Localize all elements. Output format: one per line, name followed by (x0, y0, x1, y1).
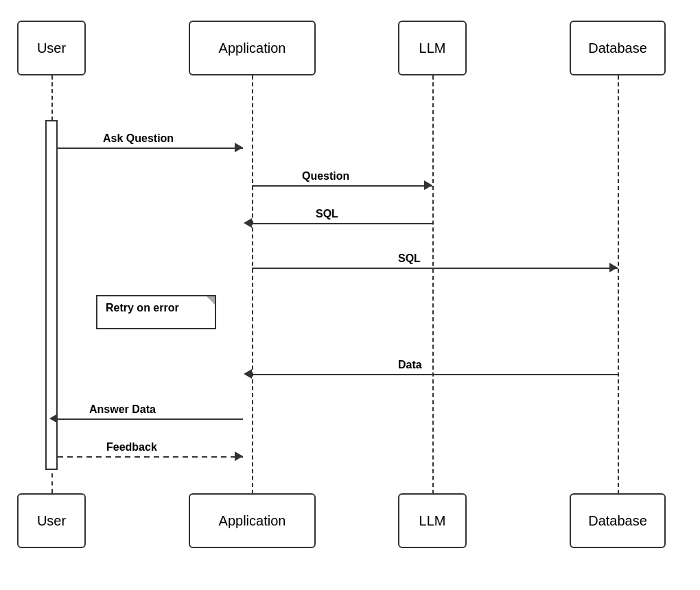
participant-db-bottom-label: Database (588, 513, 647, 529)
participant-llm-bottom-label: LLM (419, 513, 446, 529)
participant-llm-top-label: LLM (419, 40, 446, 56)
sql-back-line (252, 223, 432, 224)
answer-data-label: Answer Data (89, 403, 156, 416)
participant-app-bottom: Application (189, 493, 316, 548)
answer-data-arrowhead (49, 414, 58, 423)
data-label: Data (398, 359, 422, 371)
ask-question-line (58, 148, 243, 149)
participant-app-top-label: Application (219, 40, 286, 56)
participant-app-top: Application (189, 21, 316, 75)
ask-question-arrowhead (235, 143, 243, 152)
feedback-line (58, 456, 243, 458)
data-arrowhead (244, 369, 252, 379)
sql-db-label: SQL (398, 252, 421, 265)
participant-user-top: User (17, 21, 86, 75)
retry-note-label: Retry on error (106, 302, 179, 314)
sequence-diagram: User Application LLM Database Ask Questi… (0, 0, 700, 590)
lifeline-llm (432, 75, 434, 494)
participant-llm-top: LLM (398, 21, 467, 75)
sql-back-label: SQL (316, 208, 338, 220)
feedback-arrowhead (235, 451, 243, 461)
data-line (252, 374, 618, 375)
lifeline-user-2 (51, 473, 53, 493)
sql-back-arrowhead (244, 218, 252, 228)
lifeline-db (618, 75, 619, 494)
participant-db-bottom: Database (570, 493, 666, 548)
participant-user-bottom: User (17, 493, 86, 548)
participant-user-bottom-label: User (37, 513, 66, 529)
participant-db-top: Database (570, 21, 666, 75)
sql-db-line (252, 268, 618, 269)
sql-db-arrowhead (609, 263, 618, 272)
answer-data-line (58, 418, 243, 420)
participant-db-top-label: Database (588, 40, 647, 56)
question-label: Question (302, 170, 349, 182)
feedback-label: Feedback (106, 441, 157, 453)
participant-user-top-label: User (37, 40, 66, 56)
participant-llm-bottom: LLM (398, 493, 467, 548)
retry-note: Retry on error (96, 295, 216, 329)
question-arrowhead (424, 180, 432, 190)
lifeline-app (252, 75, 253, 494)
question-line (252, 185, 432, 187)
ask-question-label: Ask Question (103, 132, 174, 145)
participant-app-bottom-label: Application (219, 513, 286, 529)
